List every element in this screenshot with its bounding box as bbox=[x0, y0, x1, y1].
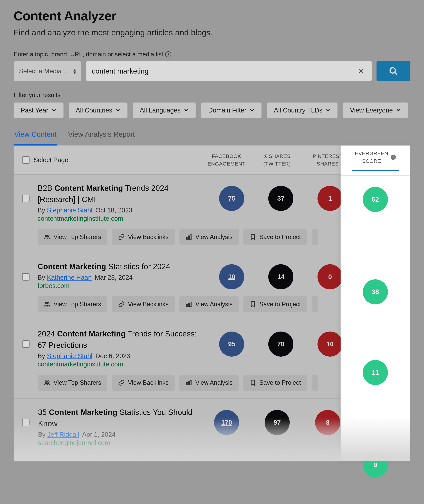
filter-countries[interactable]: All Countries bbox=[69, 102, 128, 118]
svg-rect-14 bbox=[187, 383, 188, 385]
col-facebook[interactable]: FACEBOOKENGAGEMENT bbox=[201, 152, 252, 168]
row-checkbox[interactable] bbox=[22, 195, 30, 202]
people-icon bbox=[44, 379, 50, 386]
facebook-metric[interactable]: 170 bbox=[214, 410, 239, 435]
sort-indicator bbox=[352, 170, 399, 171]
pinterest-metric[interactable]: 8 bbox=[315, 410, 340, 435]
bookmark-icon bbox=[249, 379, 256, 386]
chevron-down-icon bbox=[184, 107, 189, 114]
facebook-metric[interactable]: 10 bbox=[219, 264, 244, 289]
tab-view-analysis[interactable]: View Analysis Report bbox=[67, 130, 136, 145]
filter-past-year[interactable]: Past Year bbox=[13, 102, 64, 118]
result-domain[interactable]: contentmarketinginstitute.com bbox=[38, 361, 200, 368]
row-checkbox[interactable] bbox=[22, 340, 30, 348]
result-domain[interactable]: contentmarketinginstitute.com bbox=[38, 215, 200, 222]
bookmark-icon bbox=[249, 234, 256, 240]
select-all-checkbox[interactable] bbox=[22, 156, 30, 164]
view-backlinks-button[interactable]: View Backlinks bbox=[112, 296, 175, 312]
evergreen-metric[interactable]: 52 bbox=[363, 187, 388, 212]
pinterest-metric[interactable]: 1 bbox=[318, 186, 343, 211]
svg-line-1 bbox=[395, 72, 397, 75]
author-link[interactable]: Stephanie Stahl bbox=[47, 352, 93, 359]
chart-icon bbox=[186, 301, 192, 308]
x-metric[interactable]: 70 bbox=[268, 332, 293, 357]
search-input-wrap: ✕ bbox=[86, 61, 372, 81]
filter-label-text: All Country TLDs bbox=[274, 107, 323, 114]
svg-rect-16 bbox=[190, 381, 191, 385]
chevron-down-icon bbox=[51, 107, 56, 114]
svg-point-12 bbox=[45, 381, 47, 383]
clear-icon[interactable]: ✕ bbox=[356, 67, 366, 76]
more-button[interactable] bbox=[312, 296, 318, 312]
info-icon[interactable]: i bbox=[391, 155, 396, 160]
save-to-project-button[interactable]: Save to Project bbox=[243, 375, 307, 391]
page-subtitle: Find and analyze the most engaging artic… bbox=[13, 28, 411, 37]
info-icon[interactable]: i bbox=[165, 51, 171, 57]
svg-rect-4 bbox=[187, 237, 188, 239]
result-domain[interactable]: forbes.com bbox=[38, 282, 200, 290]
view-top-sharers-button[interactable]: View Top Sharers bbox=[38, 296, 107, 312]
author-link[interactable]: Stephanie Stahl bbox=[47, 207, 93, 214]
search-input[interactable] bbox=[92, 67, 356, 75]
author-link[interactable]: Jeff Riddall bbox=[47, 431, 79, 438]
result-title[interactable]: B2B Content Marketing Trends 2024 [Resea… bbox=[38, 182, 200, 205]
chevron-down-icon bbox=[249, 107, 255, 114]
result-byline: By Stephanie StahlOct 18, 2023 bbox=[38, 207, 200, 214]
row-checkbox[interactable] bbox=[22, 419, 30, 426]
x-metric[interactable]: 37 bbox=[268, 186, 293, 211]
result-date: Oct 18, 2023 bbox=[95, 207, 132, 214]
tab-view-content[interactable]: View Content bbox=[13, 130, 57, 146]
filter-everyone[interactable]: View Everyone bbox=[343, 102, 408, 118]
view-backlinks-button[interactable]: View Backlinks bbox=[112, 229, 175, 245]
result-title[interactable]: 2024 Content Marketing Trends for Succes… bbox=[38, 328, 200, 351]
sort-updown-icon: ▴▾ bbox=[74, 68, 76, 74]
author-link[interactable]: Katherine Haan bbox=[47, 274, 92, 281]
svg-point-13 bbox=[47, 381, 49, 383]
x-metric[interactable]: 14 bbox=[268, 264, 293, 289]
facebook-metric[interactable]: 95 bbox=[219, 332, 244, 357]
svg-rect-15 bbox=[188, 382, 190, 385]
chevron-down-icon bbox=[115, 107, 120, 114]
search-button[interactable] bbox=[376, 61, 411, 81]
more-button[interactable] bbox=[312, 229, 318, 245]
filter-tlds[interactable]: All Country TLDs bbox=[267, 102, 338, 118]
view-top-sharers-button[interactable]: View Top Sharers bbox=[38, 229, 107, 245]
pinterest-metric[interactable]: 0 bbox=[318, 264, 343, 289]
search-icon bbox=[389, 67, 398, 76]
evergreen-metric[interactable]: 9 bbox=[363, 453, 388, 478]
view-analysis-button[interactable]: View Analysis bbox=[180, 296, 239, 312]
chart-icon bbox=[186, 379, 192, 386]
view-top-sharers-button[interactable]: View Top Sharers bbox=[38, 375, 107, 391]
x-metric[interactable]: 97 bbox=[265, 410, 290, 435]
view-analysis-button[interactable]: View Analysis bbox=[180, 229, 239, 245]
result-date: Apr 1, 2024 bbox=[82, 431, 115, 438]
search-label: Enter a topic, brand, URL, domain or sel… bbox=[13, 51, 411, 58]
result-byline: By Katherine HaanMar 28, 2024 bbox=[38, 274, 200, 281]
more-button[interactable] bbox=[312, 375, 318, 391]
link-icon bbox=[118, 301, 125, 308]
filter-languages[interactable]: All Languages bbox=[133, 102, 196, 118]
save-to-project-button[interactable]: Save to Project bbox=[243, 229, 307, 245]
col-x[interactable]: X SHARES(TWITTER) bbox=[252, 152, 302, 168]
svg-rect-6 bbox=[190, 235, 191, 239]
pinterest-metric[interactable]: 10 bbox=[318, 332, 343, 357]
result-title[interactable]: Content Marketing Statistics for 2024 bbox=[38, 261, 200, 272]
media-list-select[interactable]: Select a Media … ▴▾ bbox=[13, 61, 81, 81]
view-analysis-button[interactable]: View Analysis bbox=[180, 375, 239, 391]
svg-rect-10 bbox=[188, 303, 190, 306]
filter-label-text: Past Year bbox=[21, 107, 48, 114]
media-select-placeholder: Select a Media … bbox=[19, 68, 70, 75]
filter-label-text: All Languages bbox=[140, 107, 181, 114]
col-evergreen-label[interactable]: EVERGREENSCORE bbox=[355, 150, 388, 165]
filter-label-text: View Everyone bbox=[350, 107, 393, 114]
view-backlinks-button[interactable]: View Backlinks bbox=[112, 375, 175, 391]
evergreen-metric[interactable]: 11 bbox=[363, 360, 388, 385]
row-checkbox[interactable] bbox=[22, 273, 30, 280]
evergreen-metric[interactable]: 38 bbox=[363, 279, 388, 304]
filter-domain[interactable]: Domain Filter bbox=[201, 102, 262, 118]
facebook-metric[interactable]: 75 bbox=[219, 186, 244, 211]
save-to-project-button[interactable]: Save to Project bbox=[243, 296, 307, 312]
result-title[interactable]: 35 Content Marketing Statistics You Shou… bbox=[38, 407, 194, 429]
result-domain[interactable]: searchenginejournal.com bbox=[38, 439, 194, 447]
svg-point-8 bbox=[47, 302, 49, 304]
